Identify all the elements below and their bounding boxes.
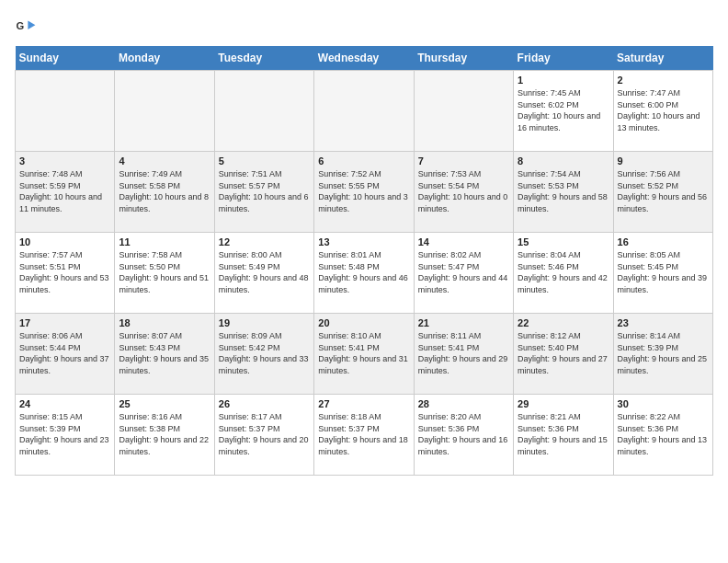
header-day-thursday: Thursday: [414, 46, 513, 71]
day-info: Sunrise: 8:17 AM Sunset: 5:37 PM Dayligh…: [219, 411, 310, 457]
day-info: Sunrise: 8:22 AM Sunset: 5:36 PM Dayligh…: [618, 411, 709, 457]
calendar-cell: 20Sunrise: 8:10 AM Sunset: 5:41 PM Dayli…: [314, 314, 414, 395]
day-number: 25: [119, 398, 210, 409]
calendar-cell: [414, 71, 513, 152]
day-number: 19: [219, 317, 310, 328]
header-day-monday: Monday: [115, 46, 214, 71]
day-number: 23: [618, 317, 709, 328]
calendar-cell: 16Sunrise: 8:05 AM Sunset: 5:45 PM Dayli…: [613, 233, 712, 314]
day-number: 9: [618, 155, 709, 167]
day-info: Sunrise: 8:02 AM Sunset: 5:47 PM Dayligh…: [418, 249, 509, 295]
calendar-cell: 8Sunrise: 7:54 AM Sunset: 5:53 PM Daylig…: [514, 152, 613, 233]
calendar-cell: 22Sunrise: 8:12 AM Sunset: 5:40 PM Dayli…: [514, 314, 613, 395]
day-info: Sunrise: 7:53 AM Sunset: 5:54 PM Dayligh…: [418, 168, 509, 214]
day-number: 1: [518, 75, 609, 86]
calendar-cell: [214, 71, 313, 152]
calendar-cell: 25Sunrise: 8:16 AM Sunset: 5:38 PM Dayli…: [115, 395, 214, 476]
day-number: 26: [219, 398, 310, 409]
day-info: Sunrise: 8:20 AM Sunset: 5:36 PM Dayligh…: [418, 411, 509, 457]
calendar-cell: 10Sunrise: 7:57 AM Sunset: 5:51 PM Dayli…: [16, 233, 115, 314]
header-day-saturday: Saturday: [613, 46, 712, 71]
day-number: 29: [518, 398, 609, 409]
day-info: Sunrise: 8:14 AM Sunset: 5:39 PM Dayligh…: [618, 330, 709, 376]
day-info: Sunrise: 7:58 AM Sunset: 5:50 PM Dayligh…: [119, 249, 210, 295]
calendar-cell: 3Sunrise: 7:48 AM Sunset: 5:59 PM Daylig…: [16, 152, 115, 233]
calendar-week-2: 3Sunrise: 7:48 AM Sunset: 5:59 PM Daylig…: [16, 152, 713, 233]
calendar-cell: [16, 71, 115, 152]
day-info: Sunrise: 8:18 AM Sunset: 5:37 PM Dayligh…: [318, 411, 409, 457]
calendar-cell: 4Sunrise: 7:49 AM Sunset: 5:58 PM Daylig…: [115, 152, 214, 233]
header-day-friday: Friday: [514, 46, 613, 71]
day-info: Sunrise: 7:48 AM Sunset: 5:59 PM Dayligh…: [19, 168, 110, 214]
calendar-cell: 28Sunrise: 8:20 AM Sunset: 5:36 PM Dayli…: [414, 395, 513, 476]
calendar-cell: [314, 71, 414, 152]
day-info: Sunrise: 7:52 AM Sunset: 5:55 PM Dayligh…: [318, 168, 409, 214]
calendar-cell: 27Sunrise: 8:18 AM Sunset: 5:37 PM Dayli…: [314, 395, 414, 476]
day-number: 5: [219, 155, 310, 167]
calendar-cell: 24Sunrise: 8:15 AM Sunset: 5:39 PM Dayli…: [16, 395, 115, 476]
day-info: Sunrise: 7:47 AM Sunset: 6:00 PM Dayligh…: [618, 87, 709, 133]
calendar-cell: 11Sunrise: 7:58 AM Sunset: 5:50 PM Dayli…: [115, 233, 214, 314]
calendar-cell: 15Sunrise: 8:04 AM Sunset: 5:46 PM Dayli…: [514, 233, 613, 314]
day-info: Sunrise: 8:06 AM Sunset: 5:44 PM Dayligh…: [19, 330, 110, 376]
header-day-wednesday: Wednesday: [314, 46, 414, 71]
day-number: 14: [418, 236, 509, 247]
day-number: 12: [219, 236, 310, 247]
day-info: Sunrise: 7:51 AM Sunset: 5:57 PM Dayligh…: [219, 168, 310, 214]
day-info: Sunrise: 8:07 AM Sunset: 5:43 PM Dayligh…: [119, 330, 210, 376]
day-number: 21: [418, 317, 509, 328]
day-number: 11: [119, 236, 210, 247]
calendar-cell: 5Sunrise: 7:51 AM Sunset: 5:57 PM Daylig…: [214, 152, 313, 233]
day-number: 16: [618, 236, 709, 247]
day-number: 24: [19, 398, 110, 409]
day-info: Sunrise: 7:49 AM Sunset: 5:58 PM Dayligh…: [119, 168, 210, 214]
svg-text:G: G: [17, 20, 25, 31]
calendar-cell: 1Sunrise: 7:45 AM Sunset: 6:02 PM Daylig…: [514, 71, 613, 152]
calendar-cell: 23Sunrise: 8:14 AM Sunset: 5:39 PM Dayli…: [613, 314, 712, 395]
day-number: 10: [19, 236, 110, 247]
day-info: Sunrise: 8:09 AM Sunset: 5:42 PM Dayligh…: [219, 330, 310, 376]
calendar-cell: 30Sunrise: 8:22 AM Sunset: 5:36 PM Dayli…: [613, 395, 712, 476]
calendar-cell: 12Sunrise: 8:00 AM Sunset: 5:49 PM Dayli…: [214, 233, 313, 314]
calendar-cell: 9Sunrise: 7:56 AM Sunset: 5:52 PM Daylig…: [613, 152, 712, 233]
page-header: G: [15, 15, 713, 37]
calendar-cell: 7Sunrise: 7:53 AM Sunset: 5:54 PM Daylig…: [414, 152, 513, 233]
day-number: 2: [618, 75, 709, 86]
calendar-table: SundayMondayTuesdayWednesdayThursdayFrid…: [15, 46, 713, 476]
day-number: 20: [318, 317, 409, 328]
day-number: 18: [119, 317, 210, 328]
day-info: Sunrise: 7:54 AM Sunset: 5:53 PM Dayligh…: [518, 168, 609, 214]
day-number: 4: [119, 155, 210, 167]
day-info: Sunrise: 8:10 AM Sunset: 5:41 PM Dayligh…: [318, 330, 409, 376]
day-number: 30: [618, 398, 709, 409]
calendar-header-row: SundayMondayTuesdayWednesdayThursdayFrid…: [16, 46, 713, 71]
calendar-week-3: 10Sunrise: 7:57 AM Sunset: 5:51 PM Dayli…: [16, 233, 713, 314]
calendar-week-4: 17Sunrise: 8:06 AM Sunset: 5:44 PM Dayli…: [16, 314, 713, 395]
calendar-cell: 13Sunrise: 8:01 AM Sunset: 5:48 PM Dayli…: [314, 233, 414, 314]
day-info: Sunrise: 8:12 AM Sunset: 5:40 PM Dayligh…: [518, 330, 609, 376]
calendar-cell: 29Sunrise: 8:21 AM Sunset: 5:36 PM Dayli…: [514, 395, 613, 476]
day-info: Sunrise: 8:01 AM Sunset: 5:48 PM Dayligh…: [318, 249, 409, 295]
day-number: 13: [318, 236, 409, 247]
day-info: Sunrise: 8:15 AM Sunset: 5:39 PM Dayligh…: [19, 411, 110, 457]
calendar-cell: 21Sunrise: 8:11 AM Sunset: 5:41 PM Dayli…: [414, 314, 513, 395]
day-info: Sunrise: 8:21 AM Sunset: 5:36 PM Dayligh…: [518, 411, 609, 457]
day-number: 7: [418, 155, 509, 167]
svg-marker-1: [28, 20, 35, 29]
day-info: Sunrise: 7:57 AM Sunset: 5:51 PM Dayligh…: [19, 249, 110, 295]
calendar-cell: 6Sunrise: 7:52 AM Sunset: 5:55 PM Daylig…: [314, 152, 414, 233]
header-day-tuesday: Tuesday: [214, 46, 313, 71]
day-number: 27: [318, 398, 409, 409]
logo: G: [15, 15, 40, 37]
day-number: 15: [518, 236, 609, 247]
header-day-sunday: Sunday: [16, 46, 115, 71]
day-number: 3: [19, 155, 110, 167]
calendar-cell: 17Sunrise: 8:06 AM Sunset: 5:44 PM Dayli…: [16, 314, 115, 395]
calendar-cell: 26Sunrise: 8:17 AM Sunset: 5:37 PM Dayli…: [214, 395, 313, 476]
day-number: 28: [418, 398, 509, 409]
calendar-cell: 14Sunrise: 8:02 AM Sunset: 5:47 PM Dayli…: [414, 233, 513, 314]
day-number: 8: [518, 155, 609, 167]
calendar-cell: 2Sunrise: 7:47 AM Sunset: 6:00 PM Daylig…: [613, 71, 712, 152]
day-info: Sunrise: 8:11 AM Sunset: 5:41 PM Dayligh…: [418, 330, 509, 376]
day-info: Sunrise: 8:05 AM Sunset: 5:45 PM Dayligh…: [618, 249, 709, 295]
